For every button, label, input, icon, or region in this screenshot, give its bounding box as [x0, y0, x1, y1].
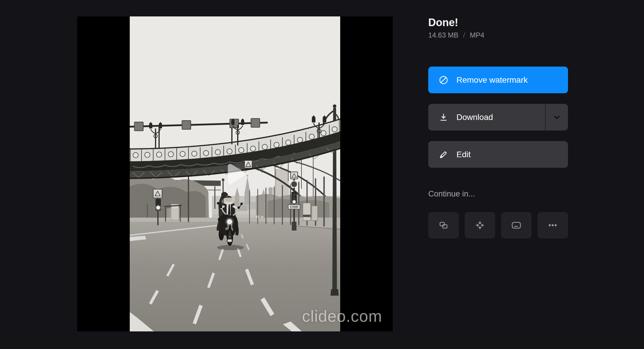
file-meta: 14.63 MB / MP4 — [428, 31, 484, 39]
compress-icon — [474, 219, 486, 231]
file-size: 14.63 MB — [428, 31, 458, 39]
edit-label: Edit — [456, 150, 471, 159]
pencil-icon — [439, 150, 448, 159]
ellipsis-icon — [547, 219, 559, 231]
chevron-down-icon — [552, 112, 562, 122]
remove-watermark-button[interactable]: Remove watermark — [428, 67, 568, 93]
circle-slash-icon — [439, 75, 448, 85]
continue-tile-compress[interactable] — [465, 212, 495, 238]
download-icon — [439, 113, 448, 122]
result-page: СТОП — [0, 0, 644, 349]
overlap-frames-icon — [438, 219, 449, 231]
download-button[interactable]: Download — [428, 104, 545, 131]
page-title: Done! — [428, 16, 458, 28]
play-icon — [230, 166, 243, 182]
continue-in-label: Continue in... — [428, 189, 475, 199]
download-label: Download — [456, 113, 493, 122]
watermark: clideo.com — [302, 307, 382, 326]
continue-tile-merge[interactable] — [428, 212, 459, 238]
file-format: MP4 — [470, 31, 484, 39]
play-button[interactable] — [221, 159, 249, 189]
video-player[interactable]: СТОП — [77, 16, 393, 331]
subtitles-icon — [510, 219, 522, 231]
continue-tile-subtitles[interactable] — [501, 212, 532, 238]
continue-tools — [428, 212, 568, 238]
remove-watermark-label: Remove watermark — [456, 75, 528, 85]
download-split-button: Download — [428, 104, 568, 131]
continue-tile-more[interactable] — [537, 212, 568, 238]
meta-separator: / — [463, 31, 465, 39]
result-panel: Done! 14.63 MB / MP4 Remove watermark Do… — [428, 16, 568, 331]
download-options-button[interactable] — [545, 104, 568, 131]
edit-button[interactable]: Edit — [428, 141, 568, 168]
